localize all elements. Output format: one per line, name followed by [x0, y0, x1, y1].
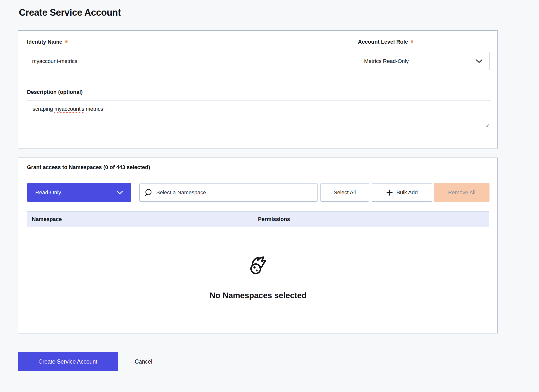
- footer-actions: Create Service Account Cancel: [18, 352, 152, 371]
- create-service-account-button[interactable]: Create Service Account: [18, 352, 118, 371]
- namespace-search-input[interactable]: [156, 189, 313, 196]
- chevron-down-icon: [116, 191, 123, 195]
- description-textarea[interactable]: scraping myaccount's metrics: [27, 100, 490, 128]
- grant-namespaces-card: Grant access to Namespaces (0 of 443 sel…: [18, 158, 498, 333]
- description-text-suffix: metrics: [84, 106, 103, 112]
- page-title: Create Service Account: [19, 7, 121, 18]
- identity-name-label-text: Identity Name: [27, 39, 62, 45]
- description-misspelled-word: myaccount's: [54, 106, 84, 113]
- resize-handle-icon[interactable]: [485, 123, 489, 127]
- description-label-text: Description (optional): [27, 89, 83, 95]
- column-header-namespace: Namespace: [27, 216, 62, 222]
- account-level-role-select[interactable]: Metrics Read-Only: [358, 52, 490, 70]
- bulk-add-label: Bulk Add: [396, 189, 418, 196]
- comet-icon: [247, 256, 269, 277]
- identity-name-label: Identity Name: [27, 39, 68, 45]
- select-all-button[interactable]: Select All: [320, 183, 369, 202]
- description-text-prefix: scraping: [33, 106, 54, 112]
- required-dot-icon: [65, 40, 68, 43]
- account-level-role-label-text: Account Level Role: [358, 39, 408, 45]
- search-icon: [144, 188, 152, 197]
- column-header-permissions: Permissions: [258, 216, 290, 222]
- permission-dropdown[interactable]: Read-Only: [27, 183, 131, 202]
- required-dot-icon: [411, 40, 413, 43]
- identity-name-field-wrap: [27, 52, 350, 70]
- remove-all-label: Remove All: [448, 189, 475, 196]
- chevron-down-icon: [476, 59, 482, 63]
- select-all-label: Select All: [334, 189, 356, 196]
- namespace-search[interactable]: [139, 183, 318, 202]
- grant-namespaces-heading: Grant access to Namespaces (0 of 443 sel…: [27, 164, 150, 171]
- description-label: Description (optional): [27, 89, 83, 95]
- bulk-add-button[interactable]: Bulk Add: [372, 183, 432, 202]
- namespace-table-body: No Namespaces selected: [27, 227, 489, 324]
- permission-dropdown-value: Read-Only: [35, 189, 61, 196]
- remove-all-button[interactable]: Remove All: [434, 183, 490, 202]
- empty-state-text: No Namespaces selected: [209, 291, 306, 300]
- identity-details-card: Identity Name Account Level Role Metrics…: [18, 30, 498, 148]
- identity-name-input[interactable]: [27, 52, 350, 70]
- account-level-role-label: Account Level Role: [358, 39, 413, 45]
- namespace-table-header: Namespace Permissions: [27, 211, 489, 227]
- plus-icon: [386, 189, 393, 196]
- cancel-button[interactable]: Cancel: [135, 358, 152, 365]
- account-level-role-value: Metrics Read-Only: [364, 58, 409, 64]
- namespace-controls-row: Read-Only Select All Bulk Add Remove All: [18, 183, 497, 202]
